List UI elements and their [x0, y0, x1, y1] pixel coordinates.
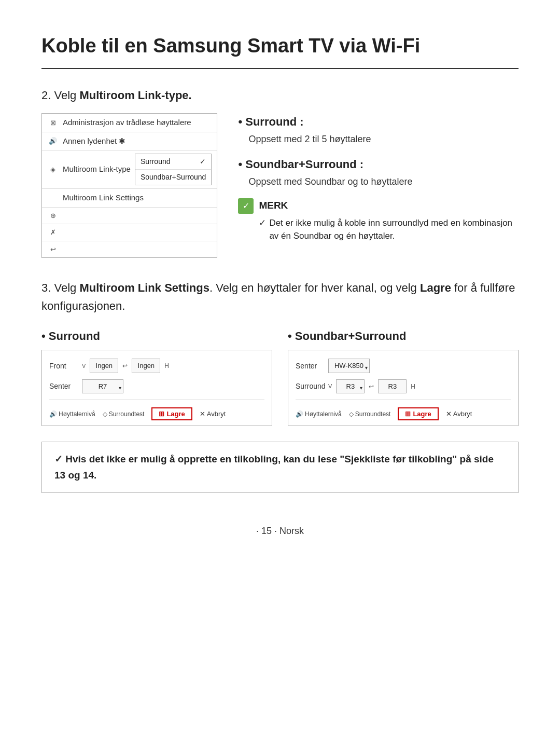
checklist-note: Hvis det ikke er mulig å opprette en til…	[41, 442, 519, 493]
surround-title: Surround :	[238, 113, 519, 130]
lagre-icon: ⊞	[159, 410, 164, 418]
speaker-icon: 🔊	[47, 136, 59, 146]
senter-input-sb: HW-K850 ▾	[328, 359, 370, 373]
senter-row-sb: Senter HW-K850 ▾	[296, 359, 511, 373]
surround-h-sb: H	[411, 382, 415, 391]
soundbar-panel-header: Soundbar+Surround	[288, 327, 519, 345]
bullet-surround: Surround : Oppsett med 2 til 5 høyttaler…	[238, 113, 519, 146]
soundbar-desc: Oppsett med Soundbar og to høyttalere	[248, 175, 519, 189]
surround-row-sb: Surround V R3 ▾ ↩ R3 H	[296, 379, 511, 394]
merk-text: Det er ikke mulig å koble inn surroundly…	[259, 216, 519, 243]
soundbar-panel-ui: Senter HW-K850 ▾ Surround V R3 ▾ ↩ R3 H …	[288, 350, 519, 426]
merk-icon: ✓	[238, 198, 254, 214]
menu-row-admin: ⊠ Administrasjon av trådløse høyttalere	[42, 114, 217, 132]
x-icon: ✗	[47, 227, 59, 238]
front-input1: Ingen	[90, 359, 118, 373]
senter-label-sb: Senter	[296, 361, 324, 372]
page-footer: · 15 · Norsk	[41, 524, 519, 538]
front-vert: V	[82, 362, 86, 371]
surround-desc: Oppsett med 2 til 5 høyttalere	[248, 132, 519, 146]
senter-input: R7 ▾	[82, 379, 123, 394]
front-h: H	[164, 361, 169, 371]
soundbar-panel-footer: 🔊 Høyttalernivå ◇ Surroundtest ⊞ Lagre ✕…	[296, 405, 511, 420]
speaker-level-icon-sb: 🔊	[296, 409, 303, 419]
surround-input2-sb: R3	[378, 379, 407, 394]
surround-panel-section: Surround Front V Ingen ↩ Ingen H Senter …	[41, 327, 272, 426]
step2-info: Surround : Oppsett med 2 til 5 høyttaler…	[238, 113, 519, 243]
front-row: Front V Ingen ↩ Ingen H	[49, 359, 264, 373]
menu-row-linksettings: Multiroom Link Settings	[42, 189, 217, 208]
surround-panel-ui: Front V Ingen ↩ Ingen H Senter R7 ▾ 🔊 Hø…	[41, 350, 272, 426]
hoyttalerniva[interactable]: 🔊 Høyttalernivå	[49, 409, 95, 419]
surround-label-sb: Surround	[296, 381, 324, 392]
merk-content-wrap: MERK Det er ikke mulig å koble inn surro…	[259, 198, 519, 243]
speaker-level-icon: 🔊	[49, 409, 57, 419]
page-title: Koble til en Samsung Smart TV via Wi-Fi	[41, 31, 519, 69]
menu-row-plus: ⊕	[42, 208, 217, 225]
menu-row-return: ↩	[42, 241, 217, 258]
soundbar-title: Soundbar+Surround :	[238, 156, 519, 173]
merk-box: ✓ MERK Det er ikke mulig å koble inn sur…	[238, 198, 519, 243]
panels-row: Surround Front V Ingen ↩ Ingen H Senter …	[41, 327, 519, 426]
senter-row: Senter R7 ▾	[49, 379, 264, 394]
front-arrow: ↩	[122, 361, 128, 371]
lagre-icon-sb: ⊞	[405, 410, 411, 418]
dropdown-soundbar: Soundbar+Surround	[135, 170, 212, 185]
dropdown-surround: Surround ✓	[135, 154, 212, 170]
admin-icon: ⊠	[47, 118, 59, 128]
soundbar-panel-section: Soundbar+Surround Senter HW-K850 ▾ Surro…	[288, 327, 519, 426]
menu-row-linktype: ◈ Multiroom Link-type Surround ✓ Soundba…	[42, 150, 217, 189]
surround-arrow-sb: ↩	[369, 382, 374, 391]
avbryt-icon-sb: ✕	[446, 409, 452, 419]
surround-test-icon-sb: ◇	[349, 409, 354, 419]
surround-test-icon: ◇	[103, 409, 107, 419]
step2-label: 2. Velg Multiroom Link-type.	[41, 87, 519, 104]
menu-row-annen: 🔊 Annen lydenhet ✱	[42, 132, 217, 151]
bullet-soundbar: Soundbar+Surround : Oppsett med Soundbar…	[238, 156, 519, 189]
tv-menu: ⊠ Administrasjon av trådløse høyttalere …	[41, 113, 217, 258]
merk-title: MERK	[259, 198, 519, 213]
surround-panel-footer: 🔊 Høyttalernivå ◇ Surroundtest ⊞ Lagre ✕…	[49, 405, 264, 420]
plus-icon: ⊕	[47, 211, 59, 221]
front-input2: Ingen	[132, 359, 160, 373]
avbryt-button[interactable]: ✕ Avbryt	[200, 409, 226, 419]
hoyttalerniva-sb[interactable]: 🔊 Høyttalernivå	[296, 409, 342, 419]
surround-panel-header: Surround	[41, 327, 272, 345]
step2-container: ⊠ Administrasjon av trådløse høyttalere …	[41, 113, 519, 258]
return-icon: ↩	[47, 244, 59, 255]
check-icon: ✓	[200, 156, 206, 167]
tv-dropdown: Surround ✓ Soundbar+Surround	[135, 154, 212, 185]
surroundtest-sb[interactable]: ◇ Surroundtest	[349, 409, 391, 419]
lagre-button-sb[interactable]: ⊞ Lagre	[398, 407, 438, 420]
menu-row-x: ✗	[42, 224, 217, 241]
senter-label: Senter	[49, 381, 78, 392]
step3-label: 3. Velg Multiroom Link Settings. Velg en…	[41, 279, 519, 315]
surround-input1-sb: R3 ▾	[336, 379, 365, 394]
lagre-button[interactable]: ⊞ Lagre	[151, 407, 192, 420]
surround-vert-sb: V	[328, 382, 332, 391]
linktype-icon: ◈	[47, 165, 59, 175]
surroundtest[interactable]: ◇ Surroundtest	[103, 409, 145, 419]
front-label: Front	[49, 361, 78, 372]
avbryt-icon: ✕	[200, 409, 205, 419]
avbryt-button-sb[interactable]: ✕ Avbryt	[446, 409, 472, 419]
